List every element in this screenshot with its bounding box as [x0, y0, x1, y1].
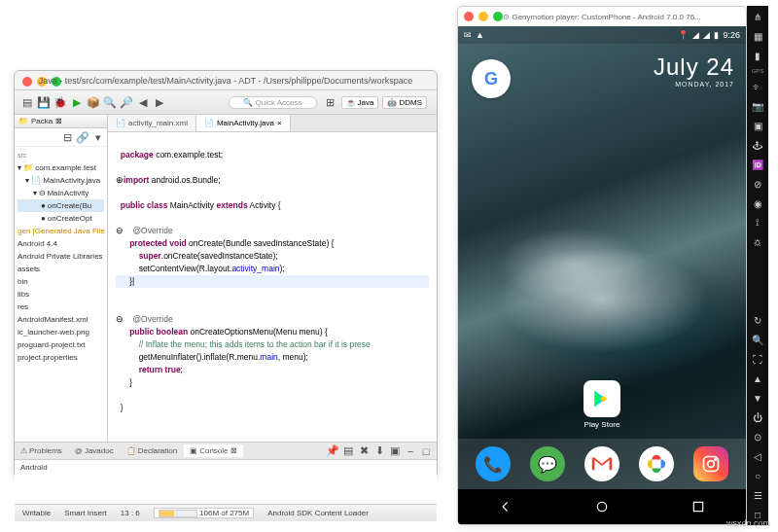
collapse-all-icon[interactable]: ⊟ [60, 130, 74, 144]
device-screen[interactable]: ✉ ▲ 📍 ◢ ◢ ▮ 9:26 G July 24 MONDAY, 2017 [458, 26, 746, 524]
multitouch-icon[interactable]: ⊙ [751, 430, 764, 443]
tree-item-res[interactable]: res [18, 301, 104, 313]
battery-icon: ▮ [714, 30, 719, 40]
bottom-panel: ⚠ Problems @ Javadoc 📋 Declaration ▣ Con… [15, 442, 437, 504]
play-store-icon [584, 380, 620, 417]
console-clear-icon[interactable]: ✖ [357, 444, 371, 458]
remote-icon[interactable]: 🕹 [751, 138, 764, 152]
tree-item-props[interactable]: project.properties [18, 351, 104, 364]
console-max-icon[interactable]: □ [419, 444, 433, 458]
console-pin-icon[interactable]: 📌 [326, 444, 339, 458]
status-cursor-pos: 13 : 6 [121, 509, 140, 517]
new-icon[interactable]: ▤ [20, 95, 34, 109]
messages-app-icon[interactable]: 💬 [530, 446, 565, 481]
quick-access-input[interactable]: 🔍Quick Access [229, 96, 317, 109]
google-search-widget[interactable]: G [472, 59, 511, 98]
gps-label[interactable]: GPS [752, 68, 764, 74]
code-editor[interactable]: package com.example.test; ⊕import androi… [108, 132, 437, 442]
photos-app-icon[interactable] [639, 446, 674, 481]
play-store-shortcut[interactable]: Play Store [584, 380, 620, 429]
tree-item-bin[interactable]: bin [18, 275, 104, 288]
back-button[interactable] [497, 498, 514, 515]
battery-icon[interactable]: ▮ [751, 49, 764, 62]
camera-icon[interactable]: 📷 [751, 99, 764, 113]
disk-icon[interactable]: ⊘ [751, 177, 764, 191]
tab-console[interactable]: ▣ Console ⊠ [184, 444, 242, 457]
fullscreen-icon[interactable]: ⛶ [751, 352, 764, 366]
rotate-icon[interactable]: ↻ [751, 313, 764, 327]
tree-item-android[interactable]: Android 4.4 [18, 237, 104, 250]
tab-declaration[interactable]: 📋 Declaration [121, 444, 183, 457]
phone-app-icon[interactable]: 📞 [476, 446, 511, 481]
gmail-app-icon[interactable] [584, 446, 619, 481]
share-icon[interactable]: ⋔ [751, 10, 764, 23]
disc-icon[interactable]: ◉ [751, 196, 764, 210]
memory-indicator[interactable]: 106M of 275M [154, 508, 254, 518]
console-output[interactable]: Android [15, 460, 437, 475]
console-min-icon[interactable]: − [404, 444, 417, 458]
warning-icon: ▲ [476, 30, 484, 40]
nav-fwd-icon[interactable]: ▶ [153, 95, 166, 109]
instagram-app-icon[interactable] [693, 446, 728, 481]
back-icon[interactable]: ◁ [751, 449, 764, 463]
id-icon[interactable]: 🆔 [751, 158, 764, 171]
package-icon[interactable]: 📦 [87, 95, 100, 109]
ddms-perspective-button[interactable]: 🤖DDMS [382, 96, 427, 109]
date-widget[interactable]: July 24 MONDAY, 2017 [654, 53, 734, 88]
record-icon[interactable]: ▦ [751, 29, 764, 43]
android-status-bar[interactable]: ✉ ▲ 📍 ◢ ◢ ▮ 9:26 [458, 26, 746, 44]
save-icon[interactable]: 💾 [37, 95, 51, 109]
console-open-icon[interactable]: ▣ [388, 444, 402, 458]
capture-icon[interactable]: ▣ [751, 119, 764, 132]
svg-point-2 [715, 459, 717, 461]
tree-item-method[interactable]: ● onCreate(Bu [18, 199, 104, 212]
recents-button[interactable] [690, 498, 707, 515]
search-icon[interactable]: 🔎 [120, 95, 133, 109]
menu-icon[interactable]: ☰ [751, 488, 764, 502]
open-type-icon[interactable]: 🔍 [103, 95, 117, 109]
home-button[interactable] [593, 498, 611, 515]
tree-item-project[interactable]: ▾ 📁 com.example.test [18, 161, 104, 174]
genymotion-toolbar: ⋔ ▦ ▮ GPS ᯤ 📷 ▣ 🕹 🆔 ⊘ ◉ ⟟ ⛭ ↻ 🔍 ⛶ ▲ ▼ ⏻ … [747, 6, 768, 525]
status-loader: Android SDK Content Loader [267, 509, 369, 517]
tree-item-class[interactable]: ▾ Θ MainActivity [18, 187, 104, 199]
tree-item-assets[interactable]: assets [18, 263, 104, 275]
tree-item-manifest[interactable]: AndroidManifest.xml [18, 313, 104, 326]
power-icon[interactable]: ⏻ [751, 410, 764, 424]
svg-point-1 [708, 461, 715, 468]
app-dock: 📞 💬 [458, 439, 746, 489]
view-menu-icon[interactable]: ▾ [91, 130, 105, 144]
link-editor-icon[interactable]: 🔗 [76, 130, 89, 144]
volume-up-icon[interactable]: ▲ [751, 372, 764, 385]
run-icon[interactable]: ▶ [70, 95, 84, 109]
nav-back-icon[interactable]: ◀ [136, 95, 150, 109]
tab-problems[interactable]: ⚠ Problems [15, 444, 68, 457]
package-explorer-tab[interactable]: 📁 Packa ⊠ [15, 115, 107, 128]
tree-item-libs[interactable]: Android Private Libraries [18, 250, 104, 263]
settings-icon[interactable]: ⛭ [751, 235, 764, 249]
status-writable: Writable [22, 509, 51, 517]
tree-item-proguard[interactable]: proguard-project.txt [18, 338, 104, 351]
emulator-titlebar: ⊙ Genymotion player: CustomPhone - Andro… [458, 7, 746, 26]
java-perspective-button[interactable]: ☕Java [341, 96, 379, 109]
debug-icon[interactable]: 🐞 [53, 95, 67, 109]
open-perspective-icon[interactable]: ⊞ [324, 95, 337, 109]
tree-item-file[interactable]: ▾ 📄 MainActivity.java [18, 174, 104, 187]
zoom-icon[interactable]: 🔍 [751, 333, 764, 346]
tab-javadoc[interactable]: @ Javadoc [69, 444, 120, 457]
console-scroll-icon[interactable]: ⬇ [372, 444, 386, 458]
tab-activity-main-xml[interactable]: 📄 activity_main.xml [108, 115, 196, 131]
console-display-icon[interactable]: ▤ [341, 444, 355, 458]
wifi-icon[interactable]: ᯤ [751, 80, 764, 93]
bottom-tabs: ⚠ Problems @ Javadoc 📋 Declaration ▣ Con… [15, 443, 437, 460]
tree-item-gen[interactable]: gen [Generated Java File [18, 225, 104, 237]
tab-mainactivity-java[interactable]: 📄 MainActivity.java × [196, 115, 291, 131]
location-icon[interactable]: ⟟ [751, 216, 764, 230]
tree-item-libs[interactable]: libs [18, 288, 104, 301]
volume-down-icon[interactable]: ▼ [751, 391, 764, 405]
home-icon[interactable]: ○ [751, 469, 764, 482]
tree-item-launcher[interactable]: ic_launcher-web.png [18, 326, 104, 338]
main-toolbar: ▤ 💾 🐞 ▶ 📦 🔍 🔎 ◀ ▶ 🔍Quick Access ⊞ ☕Java … [15, 89, 437, 115]
location-icon: 📍 [678, 30, 689, 40]
tree-item-method[interactable]: ● onCreateOpt [18, 212, 104, 225]
